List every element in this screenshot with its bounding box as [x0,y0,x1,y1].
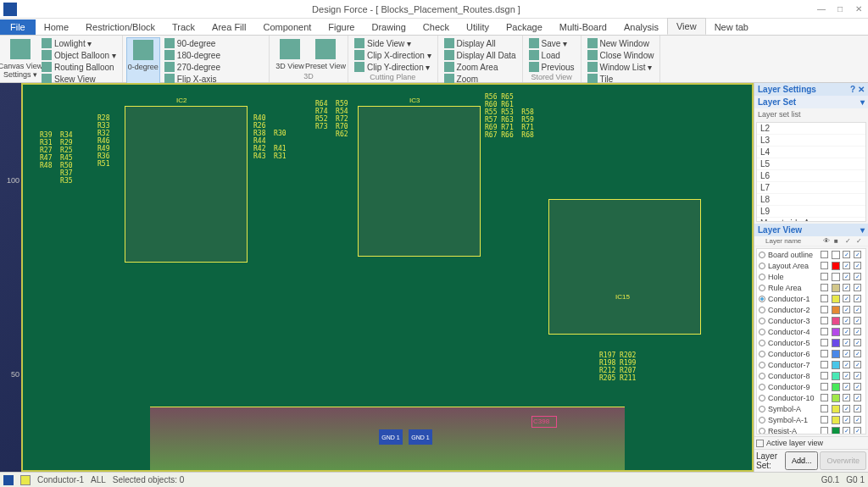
layer-set-item[interactable]: L7 [757,182,865,194]
ribbon-zoom-area[interactable]: Zoom Area [442,61,519,73]
layer-visible-checkbox[interactable] [821,405,828,412]
layer-check-a[interactable]: ✓ [843,295,850,302]
layer-row-conductor-6[interactable]: Conductor-6✓✓ [757,348,865,359]
layer-row-conductor-4[interactable]: Conductor-4✓✓ [757,326,865,337]
component-ic15[interactable]: IC15 [548,199,701,335]
layer-check-b[interactable]: ✓ [854,262,861,269]
layer-visible-checkbox[interactable] [821,383,828,390]
layer-set-item[interactable]: L9 [757,206,865,218]
ribbon-load[interactable]: Load [526,49,577,61]
layer-row-board-outline[interactable]: Board outline✓✓ [757,249,865,260]
menu-tab-new-tab[interactable]: New tab [706,19,757,35]
layer-color-swatch[interactable] [832,394,840,402]
layer-visible-checkbox[interactable] [821,394,828,401]
layer-check-a[interactable]: ✓ [843,350,850,357]
ribbon-clip-y-direction-[interactable]: Clip Y-direction ▾ [352,61,434,73]
layer-row-conductor-2[interactable]: Conductor-2✓✓ [757,304,865,315]
minimize-icon[interactable]: — [812,1,831,18]
status-layer[interactable]: Conductor-1 [37,475,84,484]
ribbon-3d-view[interactable]: 3D View [273,37,307,72]
layer-check-a[interactable]: ✓ [843,394,850,401]
layer-color-swatch[interactable] [832,405,840,413]
layer-radio[interactable] [759,417,765,423]
layer-check-b[interactable]: ✓ [854,295,861,302]
layer-row-symbol-a-1[interactable]: Symbol-A-1✓✓ [757,414,865,425]
ribbon-side-view-[interactable]: Side View ▾ [352,37,434,49]
status-zoom[interactable]: G0 1 [846,475,865,484]
layer-row-conductor-10[interactable]: Conductor-10✓✓ [757,392,865,403]
layer-radio[interactable] [759,351,765,357]
layer-set-item[interactable]: L3 [757,135,865,147]
layer-check-a[interactable]: ✓ [843,383,850,390]
layer-row-resist-a[interactable]: Resist-A✓✓ [757,425,865,434]
component-ic2[interactable]: IC2 [125,106,248,263]
layer-radio[interactable] [759,329,765,335]
active-layer-view-toggle[interactable]: Active layer view [754,436,868,449]
close-icon[interactable]: ✕ [849,1,868,18]
layer-radio[interactable] [759,296,765,302]
layer-row-hole[interactable]: Hole✓✓ [757,271,865,282]
layer-visible-checkbox[interactable] [821,262,828,269]
layer-check-b[interactable]: ✓ [854,317,861,324]
layer-check-b[interactable]: ✓ [854,394,861,401]
layer-color-swatch[interactable] [832,328,840,336]
layer-check-b[interactable]: ✓ [854,427,861,434]
layer-color-swatch[interactable] [832,262,840,270]
layer-check-a[interactable]: ✓ [843,317,850,324]
layer-check-b[interactable]: ✓ [854,284,861,291]
layer-visible-checkbox[interactable] [821,427,828,434]
layer-check-b[interactable]: ✓ [854,383,861,390]
layer-check-a[interactable]: ✓ [843,361,850,368]
ribbon-90-degree[interactable]: 90-degree [162,37,265,49]
layer-check-a[interactable]: ✓ [843,306,850,313]
layer-set-item[interactable]: L2 [757,123,865,135]
layer-color-swatch[interactable] [832,339,840,347]
menu-tab-drawing[interactable]: Drawing [364,19,415,35]
ribbon-new-window[interactable]: New Window [585,37,657,49]
status-layer-swatch[interactable] [20,475,31,485]
menu-tab-package[interactable]: Package [498,19,551,35]
menu-tab-utility[interactable]: Utility [458,19,498,35]
layer-check-b[interactable]: ✓ [854,273,861,280]
menu-tab-component[interactable]: Component [254,19,320,35]
layer-color-swatch[interactable] [832,284,840,292]
layer-color-swatch[interactable] [832,317,840,325]
ribbon-close-window[interactable]: Close Window [585,49,657,61]
ribbon-object-balloon-[interactable]: Object Balloon ▾ [39,49,119,61]
layer-color-swatch[interactable] [832,350,840,358]
layer-check-a[interactable]: ✓ [843,251,850,258]
menu-tab-check[interactable]: Check [415,19,458,35]
layer-set-item[interactable]: L8 [757,194,865,206]
status-scope[interactable]: ALL [91,475,106,484]
menu-tab-analysis[interactable]: Analysis [615,19,667,35]
layer-check-a[interactable]: ✓ [843,416,850,423]
ribbon-270-degree[interactable]: 270-degree [162,61,265,73]
layer-check-b[interactable]: ✓ [854,405,861,412]
menu-tab-restriction-block[interactable]: Restriction/Block [77,19,164,35]
ribbon-clip-x-direction-[interactable]: Clip X-direction ▾ [352,49,434,61]
layer-check-b[interactable]: ✓ [854,372,861,379]
layer-check-a[interactable]: ✓ [843,427,850,434]
layer-radio[interactable] [759,395,765,401]
add-button[interactable]: Add... [785,451,819,470]
ribbon-previous[interactable]: Previous [526,61,577,73]
layer-radio[interactable] [759,307,765,313]
layer-check-b[interactable]: ✓ [854,328,861,335]
status-grid[interactable]: G0.1 [821,475,840,484]
layer-visible-checkbox[interactable] [821,350,828,357]
layer-radio[interactable] [759,384,765,390]
layer-radio[interactable] [759,285,765,291]
layer-color-swatch[interactable] [832,416,840,424]
ribbon-canvas-view[interactable]: Canvas ViewSettings ▾ [3,37,37,85]
layer-color-swatch[interactable] [832,273,840,281]
layer-row-rule-area[interactable]: Rule Area✓✓ [757,282,865,293]
layer-color-swatch[interactable] [832,361,840,369]
layer-set-item[interactable]: Mount side A [757,218,865,222]
component-c398[interactable]: C398 [531,416,557,428]
layer-visible-checkbox[interactable] [821,339,828,346]
layer-visible-checkbox[interactable] [821,361,828,368]
layer-check-a[interactable]: ✓ [843,262,850,269]
overwrite-button[interactable]: Overwrite [820,451,866,470]
layer-radio[interactable] [759,274,765,280]
layer-set-item[interactable]: L5 [757,158,865,170]
